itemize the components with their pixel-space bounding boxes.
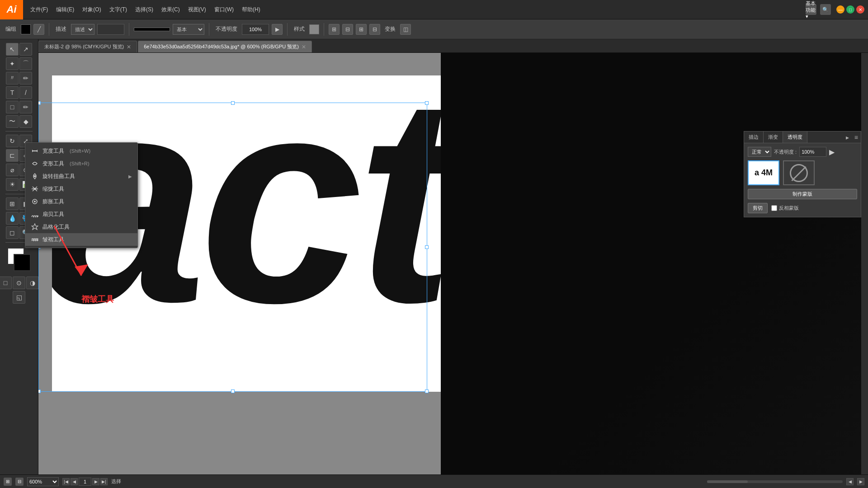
- first-page-btn[interactable]: |◀: [62, 478, 70, 485]
- last-page-btn[interactable]: ▶|: [100, 478, 108, 485]
- sp-menu-btn[interactable]: ≡: [852, 133, 861, 142]
- transform-btn[interactable]: ◫: [400, 24, 411, 35]
- ungroup-btn[interactable]: ⊟: [369, 24, 380, 35]
- sp-tab-gradient[interactable]: 渐变: [764, 131, 783, 143]
- page-input[interactable]: [79, 478, 91, 486]
- crystallize-tool-item[interactable]: 晶格化工具: [25, 221, 137, 233]
- scrollbar-right[interactable]: [861, 53, 868, 474]
- status-icon-1[interactable]: ⊞: [4, 478, 12, 486]
- fill-color-swatch[interactable]: [21, 24, 31, 34]
- close-button[interactable]: ✕: [856, 5, 864, 14]
- stroke-mode-btn[interactable]: ⊙: [13, 277, 25, 289]
- distribute-btn[interactable]: ⊟: [342, 24, 353, 35]
- stroke-type-select[interactable]: 基本: [173, 24, 204, 35]
- bloat-tool-item[interactable]: 膨胀工具: [25, 195, 137, 208]
- stroke-preview: [134, 28, 170, 31]
- twirl-tool-item[interactable]: 旋转扭曲工具 ▶: [25, 170, 137, 183]
- pencil-tool-btn[interactable]: ✏: [19, 101, 32, 113]
- mesh-tool-btn[interactable]: ⊞: [6, 197, 19, 210]
- warp-tool-item[interactable]: 变形工具 (Shift+R): [25, 157, 137, 170]
- smooth-tool-btn[interactable]: 〜: [6, 115, 19, 128]
- sp-thumb-mask[interactable]: [783, 160, 815, 185]
- type-tool-btn[interactable]: T: [6, 86, 19, 99]
- curvature-tool-btn[interactable]: ⌒: [19, 57, 32, 70]
- width-tool-item[interactable]: 宽度工具 (Shift+W): [25, 145, 137, 157]
- make-mask-btn[interactable]: 制作蒙版: [748, 189, 857, 199]
- stroke-label: 描述: [54, 25, 68, 33]
- fill-mode-btn[interactable]: □: [0, 277, 12, 289]
- blend-mode-select[interactable]: 正常: [748, 147, 771, 157]
- tab-0[interactable]: 未标题-2 @ 98% (CMYK/GPU 预览) ✕: [38, 41, 137, 52]
- width-tool-shortcut: (Shift+W): [70, 148, 90, 154]
- paintbrush-tool-btn[interactable]: 〃: [6, 72, 19, 84]
- sp-blend-row: 正常 不透明度 : ▶: [748, 147, 857, 157]
- eyedropper-tool-btn[interactable]: 💧: [6, 212, 19, 225]
- search-btn[interactable]: 🔍: [820, 4, 831, 15]
- fill-color-swatch-left[interactable]: [14, 254, 31, 271]
- sp-expand-btn[interactable]: ▸: [843, 133, 852, 142]
- menu-view[interactable]: 视图(V): [184, 4, 210, 15]
- anchor-tool-btn[interactable]: ◆: [19, 115, 32, 128]
- menu-effect[interactable]: 效果(C): [158, 4, 184, 15]
- sp-invert-row: 反相蒙版: [771, 205, 799, 211]
- handle-bl[interactable]: [38, 389, 41, 393]
- maximize-button[interactable]: □: [846, 5, 854, 14]
- rotate-tool-btn[interactable]: ↻: [6, 135, 19, 147]
- handle-tl[interactable]: [38, 101, 41, 105]
- sp-opacity-arrow[interactable]: ▶: [829, 148, 835, 156]
- progress-thumb[interactable]: [707, 480, 748, 483]
- menu-help[interactable]: 帮助(H): [238, 4, 264, 15]
- twirl-tool-label: 旋转扭曲工具: [42, 173, 75, 180]
- sp-opacity-input[interactable]: [799, 147, 826, 157]
- status-icon-2[interactable]: ⊟: [15, 478, 24, 486]
- sp-tab-stroke[interactable]: 描边: [744, 131, 764, 143]
- align-btn[interactable]: ⊞: [329, 24, 340, 35]
- opacity-input[interactable]: [242, 24, 269, 35]
- side-panel-tab-bar: 描边 渐变 透明度 ▸ ≡: [744, 131, 861, 143]
- width-tool-btn[interactable]: ⊏: [6, 149, 19, 162]
- tab-1-close[interactable]: ✕: [302, 44, 306, 50]
- tab-1[interactable]: 6e74b33e53d0aa5d5256b47d49dc53a.jpg* @ 6…: [138, 41, 312, 52]
- prev-page-btn[interactable]: ◀: [71, 478, 78, 485]
- opacity-arrow[interactable]: ▶: [272, 24, 283, 35]
- tool-row-pen: ✦ ⌒: [6, 57, 32, 70]
- pucker-tool-item[interactable]: 缩拢工具: [25, 183, 137, 195]
- stroke-width-input[interactable]: [97, 24, 124, 35]
- menu-object[interactable]: 对象(O): [79, 4, 104, 15]
- sp-thumb-content[interactable]: a 4M: [748, 160, 779, 185]
- rect-tool-btn[interactable]: □: [6, 101, 19, 113]
- fill-type-btn[interactable]: ╱: [33, 24, 44, 35]
- stroke-style-select[interactable]: 描述: [71, 24, 94, 35]
- tool-row-select: ↖ ↗: [6, 43, 32, 56]
- progress-bar: [707, 480, 843, 483]
- selection-tool-btn[interactable]: ↖: [6, 43, 19, 56]
- style-swatch[interactable]: [309, 24, 319, 34]
- group-btn[interactable]: ⊞: [356, 24, 367, 35]
- zoom-select[interactable]: 600%: [27, 477, 59, 486]
- next-page-btn[interactable]: ▶: [92, 478, 99, 485]
- line-tool-btn[interactable]: /: [19, 86, 32, 99]
- scallop-tool-item[interactable]: 扇贝工具: [25, 208, 137, 221]
- screen-mode-btn[interactable]: ◱: [13, 291, 25, 304]
- scroll-right-btn[interactable]: ▶: [857, 478, 864, 485]
- menu-file[interactable]: 文件(F): [27, 4, 52, 15]
- warp-tool-btn[interactable]: ⌀: [6, 164, 19, 176]
- cut-btn[interactable]: 剪切: [748, 203, 768, 213]
- menu-window[interactable]: 窗口(W): [211, 4, 237, 15]
- pen-tool-btn[interactable]: ✦: [6, 57, 19, 70]
- gradient-mode-btn[interactable]: ◑: [26, 277, 39, 289]
- scroll-left-btn[interactable]: ◀: [846, 478, 854, 485]
- eraser-tool-btn[interactable]: ◻: [6, 226, 19, 239]
- menu-type[interactable]: 文字(T): [106, 4, 131, 15]
- symbol-tool-btn[interactable]: ☀: [6, 178, 19, 191]
- sp-tab-transparency[interactable]: 透明度: [783, 131, 807, 143]
- invert-mask-checkbox[interactable]: [771, 205, 777, 211]
- wrinkle-tool-item[interactable]: 皱褶工具: [25, 233, 137, 246]
- workspace-btn[interactable]: 基本功能 ▾: [806, 4, 816, 15]
- menu-select[interactable]: 选择(S): [132, 4, 157, 15]
- direct-select-tool-btn[interactable]: ↗: [19, 43, 32, 56]
- tab-0-close[interactable]: ✕: [127, 44, 131, 50]
- minimize-button[interactable]: —: [836, 5, 844, 14]
- blob-tool-btn[interactable]: ✏: [19, 72, 32, 84]
- menu-edit[interactable]: 编辑(E): [52, 4, 78, 15]
